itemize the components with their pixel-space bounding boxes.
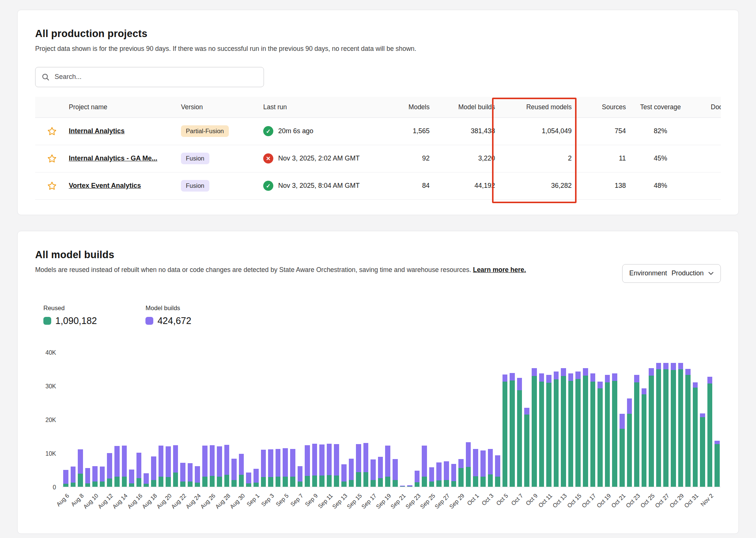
bar-aug-22[interactable] [180, 352, 185, 487]
bar-aug-8[interactable] [78, 352, 83, 487]
bar-aug-31[interactable] [246, 352, 251, 487]
bar-sep-13[interactable] [341, 352, 347, 487]
project-name-link[interactable]: Internal Analytics [69, 127, 125, 135]
bar-oct-4[interactable] [495, 352, 500, 487]
bar-aug-23[interactable] [188, 352, 193, 487]
bar-sep-2[interactable] [261, 352, 266, 487]
bar-oct-25[interactable] [649, 352, 654, 487]
bar-sep-16[interactable] [363, 352, 369, 487]
bar-sep-6[interactable] [290, 352, 295, 487]
bar-aug-16[interactable] [136, 352, 142, 487]
bar-aug-13[interactable] [114, 352, 120, 487]
bar-oct-6[interactable] [510, 352, 515, 487]
bar-oct-27[interactable] [663, 352, 669, 487]
favorite-star-icon[interactable] [47, 153, 57, 164]
bar-sep-20[interactable] [393, 352, 398, 487]
bar-oct-5[interactable] [503, 352, 508, 487]
bar-aug-15[interactable] [129, 352, 134, 487]
bar-oct-29[interactable] [678, 352, 683, 487]
bar-nov-3[interactable] [714, 352, 720, 487]
bar-oct-8[interactable] [524, 352, 529, 487]
bar-sep-27[interactable] [444, 352, 449, 487]
bar-aug-7[interactable] [71, 352, 76, 487]
bar-oct-12[interactable] [554, 352, 559, 487]
bar-oct-31[interactable] [693, 352, 698, 487]
bar-sep-26[interactable] [436, 352, 442, 487]
bar-aug-30[interactable] [239, 352, 244, 487]
bar-sep-3[interactable] [268, 352, 273, 487]
project-name-link[interactable]: Vortex Event Analytics [69, 182, 141, 189]
bar-oct-21[interactable] [620, 352, 625, 487]
bar-oct-9[interactable] [532, 352, 537, 487]
bar-sep-19[interactable] [385, 352, 390, 487]
bar-oct-24[interactable] [642, 352, 647, 487]
bar-oct-1[interactable] [473, 352, 478, 487]
table-row[interactable]: Internal Analytics Partial-Fusion ✓20m 6… [35, 118, 721, 145]
bar-oct-20[interactable] [612, 352, 617, 487]
bar-oct-28[interactable] [671, 352, 676, 487]
bar-aug-28[interactable] [224, 352, 230, 487]
bar-oct-19[interactable] [605, 352, 610, 487]
bar-sep-9[interactable] [312, 352, 317, 487]
bar-sep-28[interactable] [451, 352, 457, 487]
table-row[interactable]: Internal Analytics - GA Me... Fusion ✕No… [35, 145, 721, 172]
bar-oct-2[interactable] [480, 352, 486, 487]
bar-sep-30[interactable] [466, 352, 471, 487]
bar-aug-26[interactable] [210, 352, 215, 487]
favorite-star-icon[interactable] [47, 126, 57, 137]
bar-sep-23[interactable] [415, 352, 420, 487]
bar-sep-11[interactable] [327, 352, 332, 487]
bar-sep-14[interactable] [349, 352, 354, 487]
environment-select[interactable]: Environment Production [622, 264, 721, 283]
bar-aug-12[interactable] [107, 352, 112, 487]
bar-sep-18[interactable] [378, 352, 383, 487]
bar-sep-8[interactable] [305, 352, 310, 487]
bar-oct-15[interactable] [575, 352, 581, 487]
table-row[interactable]: Vortex Event Analytics Fusion ✓Nov 3, 20… [35, 172, 721, 200]
bar-nov-1[interactable] [700, 352, 705, 487]
bar-sep-10[interactable] [319, 352, 325, 487]
bar-oct-23[interactable] [634, 352, 639, 487]
bar-aug-19[interactable] [159, 352, 164, 487]
bar-oct-7[interactable] [517, 352, 522, 487]
bar-aug-18[interactable] [151, 352, 156, 487]
bar-sep-5[interactable] [283, 352, 288, 487]
bar-aug-21[interactable] [173, 352, 178, 487]
search-input[interactable] [55, 73, 258, 81]
bar-nov-2[interactable] [707, 352, 713, 487]
bar-oct-18[interactable] [597, 352, 603, 487]
bar-oct-10[interactable] [539, 352, 544, 487]
bar-aug-24[interactable] [195, 352, 200, 487]
learn-more-link[interactable]: Learn more here. [473, 266, 526, 273]
favorite-star-icon[interactable] [47, 181, 57, 191]
bar-sep-4[interactable] [276, 352, 281, 487]
bar-sep-1[interactable] [253, 352, 259, 487]
bar-sep-21[interactable] [400, 352, 405, 487]
bar-oct-30[interactable] [685, 352, 691, 487]
bar-aug-27[interactable] [217, 352, 222, 487]
bar-aug-17[interactable] [144, 352, 149, 487]
bar-oct-11[interactable] [546, 352, 551, 487]
bar-sep-24[interactable] [422, 352, 427, 487]
bar-oct-3[interactable] [488, 352, 493, 487]
bar-sep-7[interactable] [298, 352, 303, 487]
project-name-link[interactable]: Internal Analytics - GA Me... [69, 155, 157, 162]
bar-aug-9[interactable] [85, 352, 90, 487]
bar-aug-29[interactable] [231, 352, 237, 487]
bar-aug-20[interactable] [166, 352, 171, 487]
bar-sep-15[interactable] [356, 352, 361, 487]
bar-sep-29[interactable] [458, 352, 464, 487]
bar-aug-10[interactable] [92, 352, 98, 487]
bar-oct-13[interactable] [561, 352, 566, 487]
bar-oct-26[interactable] [656, 352, 661, 487]
bar-sep-17[interactable] [371, 352, 376, 487]
bar-oct-16[interactable] [583, 352, 588, 487]
bar-sep-25[interactable] [429, 352, 434, 487]
bar-aug-11[interactable] [100, 352, 105, 487]
bar-oct-22[interactable] [627, 352, 632, 487]
bar-sep-22[interactable] [407, 352, 412, 487]
bar-aug-25[interactable] [202, 352, 208, 487]
bar-aug-6[interactable] [63, 352, 68, 487]
bar-oct-14[interactable] [568, 352, 574, 487]
bar-sep-12[interactable] [334, 352, 339, 487]
